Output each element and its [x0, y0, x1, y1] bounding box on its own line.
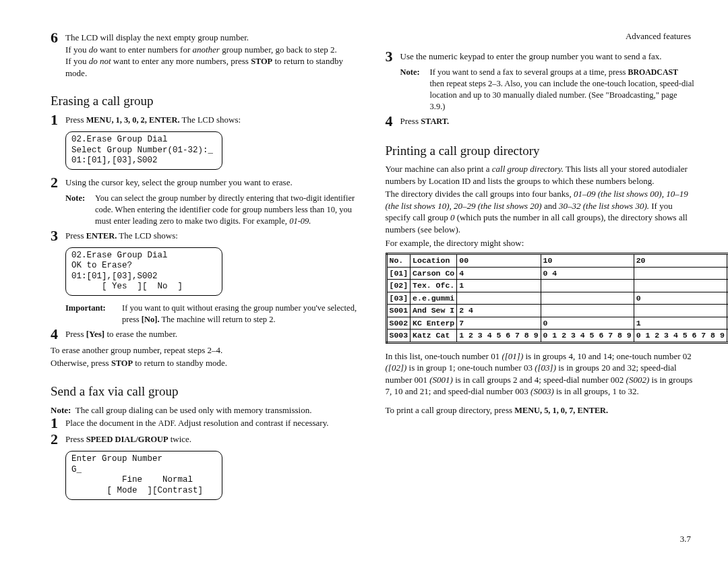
step-6: 6 The LCD will display the next empty gr…	[51, 32, 360, 79]
txt: do	[89, 44, 98, 55]
txt: shows:	[152, 230, 178, 241]
td: 0	[541, 317, 634, 330]
txt: then repeat steps 2–3. Also, you can inc…	[430, 79, 694, 111]
heading-send: Send a fax via call group	[51, 383, 360, 400]
table-header-row: No. Location 00 10 20 30	[386, 254, 728, 268]
td: [02]	[386, 280, 411, 292]
td	[541, 280, 634, 292]
txt: Press	[65, 115, 86, 125]
txt: If you	[65, 56, 89, 66]
txt: [Yes]	[86, 329, 104, 339]
note-body: You can select the group number by direc…	[95, 193, 360, 227]
send-step-2: 2 Press SPEED DIAL/GROUP twice.	[51, 433, 360, 447]
txt: SPEED DIAL/GROUP	[86, 435, 169, 444]
th: No.	[386, 254, 411, 268]
td: S003	[386, 330, 411, 343]
right-step-3: 3 Use the numeric keypad to enter the gr…	[386, 51, 695, 64]
txt: 01-09.	[289, 216, 311, 226]
txt: ENTER.	[86, 231, 117, 241]
txt: ([02])	[386, 363, 407, 373]
lcd-display-2: 02.Erase Group Dial OK to Erase? 01:[01]…	[65, 247, 222, 296]
step-number: 2	[51, 432, 65, 447]
step-number: 3	[386, 49, 400, 64]
step-body: Place the document in the ADF. Adjust re…	[65, 417, 360, 431]
txt: Press	[65, 329, 86, 339]
txt: MENU, 1, 3, 0, 2, ENTER.	[86, 115, 180, 125]
td: Katz Cat	[411, 330, 457, 343]
th: Location	[411, 254, 457, 268]
txt: to erase the number.	[104, 329, 177, 339]
td: 4	[457, 267, 541, 280]
td	[457, 292, 541, 305]
step-body: Press ENTER. The LCD shows:	[65, 230, 360, 243]
td: 0	[634, 292, 727, 305]
txt: is in group 1; one-touch number 03	[406, 363, 535, 373]
table-row: [03]e.e.gummi0 2	[386, 292, 728, 305]
important-body: If you want to quit without erasing the …	[122, 303, 360, 325]
txt: is in all groups, 1 to 32.	[554, 386, 639, 396]
txt: LCD	[81, 33, 98, 42]
print-example-label: For example, the directory might show:	[386, 237, 695, 249]
txt: and	[542, 201, 559, 211]
step-body: Press SPEED DIAL/GROUP twice.	[65, 433, 360, 447]
note-label: Note:	[65, 193, 95, 227]
txt: Adjust resolution and contrast if necess…	[176, 418, 328, 428]
table-row: S003Katz Cat1 2 3 4 5 6 7 8 90 1 2 3 4 5…	[386, 330, 728, 343]
txt: BROADCAST	[628, 67, 678, 77]
txt: LCD	[198, 115, 214, 125]
txt: is in call groups 2 and 4; speed-dial nu…	[453, 375, 626, 385]
print-how: To print a call group directory, press M…	[386, 404, 695, 416]
erase-step-4: 4 Press [Yes] to erase the number.	[51, 328, 360, 342]
txt: The machine will return to step 2.	[160, 315, 276, 324]
txt: will display the next empty group number…	[98, 32, 249, 42]
td: 2 4	[457, 305, 541, 317]
txt: (S001)	[429, 375, 453, 385]
table-row: S001And Sew I 2 4	[386, 305, 728, 317]
td	[634, 305, 727, 317]
txt: Place the document in the	[65, 418, 158, 428]
td: Carson Co	[411, 267, 457, 280]
txt: want to enter numbers for	[98, 44, 193, 55]
txt: ID	[462, 177, 471, 186]
txt: (S002)	[626, 375, 650, 385]
txt: shows:	[214, 115, 241, 125]
txt: To print a call group directory, press	[386, 405, 515, 415]
section-header: Advanced features	[626, 30, 691, 42]
td: e.e.gummi	[411, 292, 457, 305]
important: Important: If you want to quit without e…	[65, 303, 360, 325]
txt: to return to standby mode.	[133, 358, 227, 368]
td: [01]	[386, 267, 411, 280]
heading-erasing: Erasing a call group	[51, 92, 360, 110]
txt: START.	[421, 117, 449, 126]
txt: STOP	[111, 358, 133, 368]
td: 1	[634, 317, 727, 330]
txt: is in groups 4, 10 and 14; one-touch num…	[523, 351, 692, 361]
page-number: 3.7	[680, 533, 691, 545]
lcd-display-1: 02.Erase Group Dial Select Group Number(…	[65, 131, 222, 170]
txt: Otherwise, press	[51, 358, 111, 368]
td	[634, 267, 727, 280]
print-after: In this list, one-touch number 01 ([01])…	[386, 350, 695, 398]
txt: The	[180, 115, 198, 125]
txt: do not	[89, 56, 111, 66]
txt: group number, go back to step 2.	[220, 44, 337, 55]
td: S002	[386, 317, 411, 330]
txt: and lists the groups to which these numb…	[471, 176, 654, 186]
txt: [No].	[142, 315, 160, 324]
step-number: 1	[51, 113, 65, 127]
txt: call group directory.	[492, 164, 564, 174]
td: 0 1 2 3 4 5 6 7 8 9	[541, 330, 634, 343]
step-body: Press [Yes] to erase the number.	[65, 328, 360, 342]
txt: another	[192, 44, 219, 55]
td	[634, 280, 727, 292]
txt: You can select the group number by direc…	[95, 193, 355, 226]
td: Tex. Ofc.	[411, 280, 457, 292]
note-label: Note:	[400, 67, 430, 113]
right-step-4: 4 Press START.	[386, 115, 695, 129]
txt: 30–32 (the list shows 30).	[559, 201, 649, 211]
directory-table: No. Location 00 10 20 30 [01]Carson Co 4…	[386, 253, 729, 344]
erase-step-1: 1 Press MENU, 1, 3, 0, 2, ENTER. The LCD…	[51, 114, 360, 127]
left-column: 6 The LCD will display the next empty gr…	[51, 30, 360, 549]
lcd-display-3: Enter Group Number G_ Fine Normal [ Mode…	[65, 451, 222, 500]
step-body: Using the cursor key, select the group n…	[65, 177, 360, 190]
